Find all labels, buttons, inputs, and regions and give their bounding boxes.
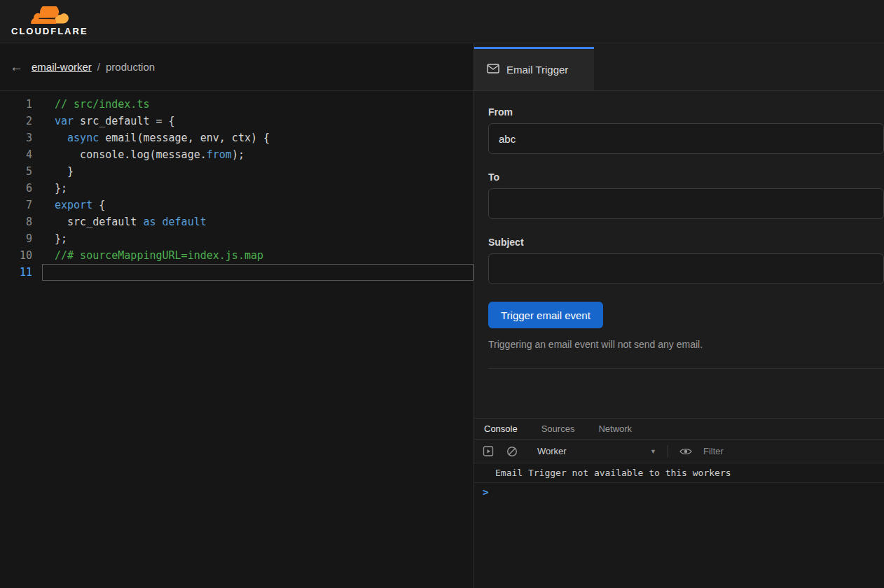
- to-input[interactable]: [488, 188, 884, 219]
- code-text: };: [42, 180, 474, 197]
- console-log-row: Email Trigger not available to this work…: [474, 463, 884, 483]
- from-field: From: [488, 106, 884, 154]
- tab-sources[interactable]: Sources: [541, 424, 575, 434]
- form-divider: [488, 368, 884, 369]
- code-text: export {: [42, 197, 474, 214]
- code-line[interactable]: 3 async email(message, env, ctx) {: [0, 130, 474, 146]
- line-number: 1: [0, 96, 32, 113]
- email-trigger-form: From To Subject Trigger email event Trig…: [474, 91, 884, 369]
- editor-panel: ← email-worker / production 1// src/inde…: [0, 43, 474, 588]
- envelope-icon: [487, 64, 499, 76]
- back-arrow-icon[interactable]: ←: [10, 59, 23, 75]
- code-text: src_default as default: [42, 214, 474, 230]
- trigger-email-button[interactable]: Trigger email event: [488, 302, 603, 328]
- console-prompt[interactable]: >: [474, 483, 884, 501]
- from-input[interactable]: [488, 123, 884, 154]
- code-line[interactable]: 2var src_default = {: [0, 113, 474, 130]
- from-label: From: [488, 106, 884, 118]
- devtools-tabbar: Console Sources Network: [474, 419, 884, 440]
- cloudflare-cloud-icon: [30, 6, 69, 25]
- brand-text: CLOUDFLARE: [11, 26, 88, 36]
- run-icon[interactable]: [483, 446, 495, 457]
- worker-dropdown[interactable]: Worker ▼: [537, 446, 656, 456]
- toolbar-divider: [668, 445, 668, 458]
- tab-email-trigger-label: Email Trigger: [506, 64, 568, 76]
- code-text: var src_default = {: [42, 113, 474, 130]
- code-line[interactable]: 6};: [0, 180, 474, 197]
- trigger-note: Triggering an email event will not send …: [488, 339, 884, 350]
- breadcrumb-separator: /: [97, 61, 100, 73]
- subject-field: Subject: [488, 237, 884, 284]
- filter-input[interactable]: [703, 446, 876, 456]
- tab-network[interactable]: Network: [598, 424, 632, 434]
- main-layout: ← email-worker / production 1// src/inde…: [0, 43, 884, 588]
- code-line[interactable]: 7export {: [0, 197, 474, 214]
- code-line[interactable]: 10//# sourceMappingURL=index.js.map: [0, 247, 474, 264]
- code-line[interactable]: 8 src_default as default: [0, 214, 474, 230]
- code-text: };: [42, 230, 474, 247]
- console-toolbar: Worker ▼: [474, 440, 884, 463]
- code-text: // src/index.ts: [42, 96, 474, 113]
- code-line[interactable]: 5 }: [0, 163, 474, 180]
- cloudflare-logo: CLOUDFLARE: [11, 6, 88, 36]
- line-number: 2: [0, 113, 32, 130]
- code-editor[interactable]: 1// src/index.ts2var src_default = {3 as…: [0, 91, 474, 588]
- line-number: 11: [0, 264, 32, 281]
- prompt-chevron-icon: >: [483, 486, 488, 498]
- clear-console-icon[interactable]: [506, 446, 518, 457]
- line-number: 10: [0, 247, 32, 264]
- worker-dropdown-value: Worker: [537, 446, 567, 456]
- trigger-tabbar: Email Trigger: [474, 43, 884, 91]
- subject-input[interactable]: [488, 253, 884, 284]
- to-field: To: [488, 172, 884, 219]
- tab-email-trigger[interactable]: Email Trigger: [474, 47, 594, 90]
- app-header: CLOUDFLARE: [0, 0, 884, 43]
- email-trigger-panel: Email Trigger From To Subject Trigger em…: [474, 43, 884, 588]
- tab-console[interactable]: Console: [484, 424, 518, 434]
- environment-label: production: [106, 61, 155, 73]
- worker-link[interactable]: email-worker: [32, 61, 92, 73]
- chevron-down-icon: ▼: [650, 448, 656, 455]
- subject-label: Subject: [488, 237, 884, 248]
- code-text: //# sourceMappingURL=index.js.map: [42, 247, 474, 264]
- code-text: [42, 264, 474, 281]
- line-number: 7: [0, 197, 32, 214]
- devtools-console: Console Sources Network: [474, 418, 884, 588]
- line-number: 8: [0, 214, 32, 230]
- code-line[interactable]: 9};: [0, 230, 474, 247]
- code-text: console.log(message.from);: [42, 146, 474, 163]
- breadcrumb: ← email-worker / production: [0, 43, 474, 91]
- to-label: To: [488, 172, 884, 183]
- line-number: 3: [0, 130, 32, 146]
- line-number: 4: [0, 146, 32, 163]
- code-text: async email(message, env, ctx) {: [42, 130, 474, 146]
- code-line[interactable]: 4 console.log(message.from);: [0, 146, 474, 163]
- code-line[interactable]: 11: [0, 264, 474, 281]
- line-number: 9: [0, 230, 32, 247]
- line-number: 5: [0, 163, 32, 180]
- line-number: 6: [0, 180, 32, 197]
- code-line[interactable]: 1// src/index.ts: [0, 96, 474, 113]
- code-text: }: [42, 163, 474, 180]
- console-log-text: Email Trigger not available to this work…: [495, 468, 731, 478]
- eye-icon[interactable]: [679, 447, 692, 456]
